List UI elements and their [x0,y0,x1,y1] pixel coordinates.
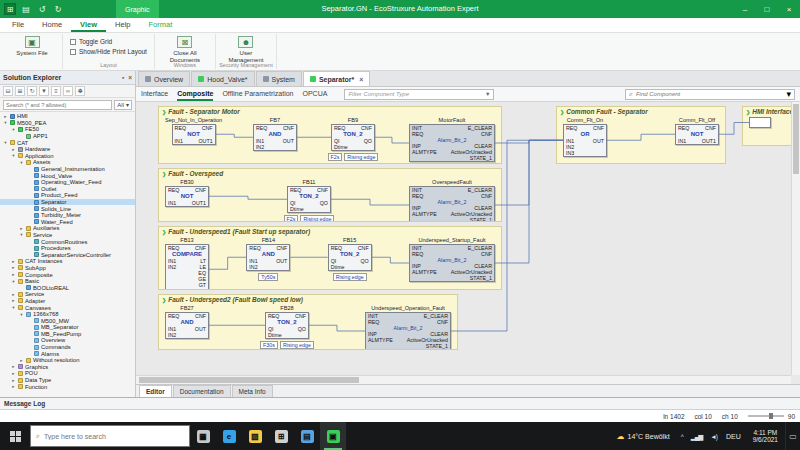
fb-underspeed-startup-fault[interactable]: Underspeed_Startup_FaultINITE_CLEARREQCN… [409,237,495,282]
tree-item-auxiliaries[interactable]: ▸Auxiliaries [0,225,135,232]
fb-fb7[interactable]: FB7REQCNFANDIN1OUTIN2 [253,117,297,151]
tree-item-without-resolution[interactable]: ▸Without resolution [0,357,135,364]
expand-arrow-icon[interactable]: ▾ [3,140,8,145]
expand-arrow-icon[interactable]: ▾ [3,120,8,125]
expand-arrow-icon[interactable]: ▸ [11,272,16,277]
tree-item-commonroutines[interactable]: CommonRoutines [0,238,135,245]
tree-item-data-type[interactable]: ▸Data Type [0,377,135,384]
expand-all-icon[interactable]: ⊞ [15,86,25,96]
expand-arrow-icon[interactable]: ▾ [19,160,24,165]
ribbon-check-show-hide-print-layout[interactable]: Show/Hide Print Layout [70,48,147,55]
expand-arrow-icon[interactable]: ▾ [19,312,24,317]
tree-item-hardware[interactable]: ▸Hardware [0,146,135,153]
fb-fb9[interactable]: FB9REQCNFTON_2QIQODtimeF2sRising edge [328,117,379,161]
filter-icon[interactable]: ▼ [39,86,49,96]
weather-widget[interactable]: ☁ 14°C Bewölkt [610,432,677,441]
search-scope-dropdown[interactable]: All▾ [114,100,132,110]
close-button[interactable]: × [778,0,800,18]
fb-comm-flt-on[interactable]: Comm_Flt_OnREQCNFORIN1OUTIN2IN3 [563,117,607,157]
hidden-icons-chevron[interactable]: ^ [677,433,687,440]
vertical-scroll-thumb[interactable] [793,104,799,174]
tree-item-product-feed[interactable]: Product_Feed [0,192,135,199]
tree-item-service[interactable]: ▸Service [0,291,135,298]
tree-item-application[interactable]: ▾Application [0,153,135,160]
ribbon-tab-format[interactable]: Format [140,17,182,32]
sub-tab-composite[interactable]: Composite [177,87,213,101]
tree-item-pou[interactable]: ▸POU [0,370,135,377]
zoom-slider-thumb[interactable] [769,413,773,419]
ribbon-tab-help[interactable]: Help [106,17,139,32]
ribbon-tab-home[interactable]: Home [33,17,71,32]
fb-fb14[interactable]: FB14REQCNFANDIN1OUTIN2Ty50s [246,237,290,281]
region-fault-separator-motor[interactable]: ❯Fault - Separator MotorSep_Not_In_Opera… [158,106,502,164]
doc-tab-system[interactable]: System [256,71,302,86]
tree-item-fe50[interactable]: ▾FE50 [0,126,135,133]
taskbar-search-input[interactable] [44,433,184,440]
doc-tab-hood-valve[interactable]: Hood_Valve* [191,71,254,86]
sub-tab-interface[interactable]: Interface [141,87,168,101]
tree-item-outlet[interactable]: Outlet [0,186,135,193]
fb-sep-not-in-operation[interactable]: Sep_Not_In_OperationREQCNFNOTIN1OUT1 [165,117,222,145]
fb-block[interactable] [749,117,771,128]
tree-item-adapter[interactable]: ▸Adapter [0,298,135,305]
tree-item-solids-line[interactable]: Solids_Line [0,205,135,212]
tree-item-mb-separator[interactable]: MB_Separator [0,324,135,331]
expand-arrow-icon[interactable]: ▾ [19,232,24,237]
tree-item-canvases[interactable]: ▾Canvases [0,304,135,311]
expand-arrow-icon[interactable]: ▾ [11,127,16,132]
fb-fb28[interactable]: FB28REQCNFTON_2QIQODtimeF30sRising edge [260,305,314,349]
fb-underspeed-operation-fault[interactable]: Underspeed_Operation_FaultINITE_CLEARREQ… [365,305,451,350]
search-input[interactable] [3,100,112,110]
collapse-all-icon[interactable]: ⊟ [3,86,13,96]
refresh-icon[interactable]: ↻ [27,86,37,96]
find-component-input[interactable] [636,91,784,97]
region-fault-underspeed2-fault-bowl-speed-low[interactable]: ❯Fault - Underspeed2 (Fault Bowl speed l… [158,294,458,350]
expand-arrow-icon[interactable]: ▸ [11,265,16,270]
sort-icon[interactable]: ≡ [51,86,61,96]
zoom-control[interactable]: 90 [748,413,795,420]
tree-item-composite[interactable]: ▸Composite [0,271,135,278]
fb-fb13[interactable]: FB13REQCNFCOMPAREIN1LTIN2LEEQGEGTNE [165,237,209,290]
tree-item-commands[interactable]: Commands [0,344,135,351]
expand-arrow-icon[interactable]: ▸ [19,358,24,363]
tree-item-cat-instances[interactable]: ▸CAT Instances [0,258,135,265]
region-fault-underspeed1-fault-start-up-separator[interactable]: ❯Fault - Underspeed1 (Fault Start up sep… [158,226,502,290]
horizontal-scrollbar[interactable] [136,375,791,384]
sub-tab-opcua[interactable]: OPCUA [303,87,328,101]
tree-item-separatorservicecontroller[interactable]: SeparatorServiceController [0,251,135,258]
app-logo-icon[interactable]: ⊞ [4,3,16,15]
volume-icon[interactable]: ◄) [706,433,721,440]
tree-item-booltoreal[interactable]: BOOLtoREAL [0,284,135,291]
expand-arrow-icon[interactable]: ▾ [11,153,16,158]
tree-item-procedures[interactable]: Procedures [0,245,135,252]
expand-arrow-icon[interactable]: ▸ [11,298,16,303]
region-common-fault-separator[interactable]: ❯Common Fault - SeparatorComm_Flt_OnREQC… [556,106,726,164]
bottom-tab-meta-info[interactable]: Meta Info [232,385,273,397]
save-icon[interactable]: ▤ [20,3,32,15]
maximize-button[interactable]: □ [756,0,778,18]
horizontal-scroll-thumb[interactable] [139,377,359,383]
sub-tab-offline-parametrization[interactable]: Offline Parametrization [222,87,293,101]
taskbar-search[interactable]: ⌕ [30,425,190,447]
doc-tab-separator[interactable]: Separator*× [303,71,371,86]
ribbon-check-toggle-grid[interactable]: Toggle Grid [70,38,147,45]
store-icon[interactable]: ⊞ [268,422,294,450]
bottom-tab-editor[interactable]: Editor [139,385,172,397]
ribbon-tab-file[interactable]: File [3,17,33,32]
ribbon-button-close-all-documents[interactable]: ⊠Close All Documents [162,35,208,63]
zoom-slider[interactable] [748,415,784,417]
tree-item-subapp[interactable]: ▸SubApp [0,265,135,272]
tree-item-m500-mw[interactable]: M500_MW [0,317,135,324]
mail-icon[interactable]: ▤ [294,422,320,450]
explorer-icon[interactable]: ▨ [242,422,268,450]
find-component-box[interactable]: ⌕▾ [625,89,795,100]
undo-icon[interactable]: ↺ [36,3,48,15]
tree-item-hood-valve[interactable]: Hood_Valve [0,172,135,179]
expand-arrow-icon[interactable]: ▾ [11,305,16,310]
link-icon[interactable]: ∞ [63,86,73,96]
clock[interactable]: 4:11 PM 9/6/2021 [746,429,785,444]
component-type-filter[interactable]: Filter Component Type▼ [344,89,494,100]
ribbon-tab-view[interactable]: View [71,17,106,32]
fb-fb11[interactable]: FB11REQCNFTON_2QIQODtimeF2sRising edge [284,179,335,222]
region-hmi-interface[interactable]: ❯HMI Interface [742,106,791,146]
